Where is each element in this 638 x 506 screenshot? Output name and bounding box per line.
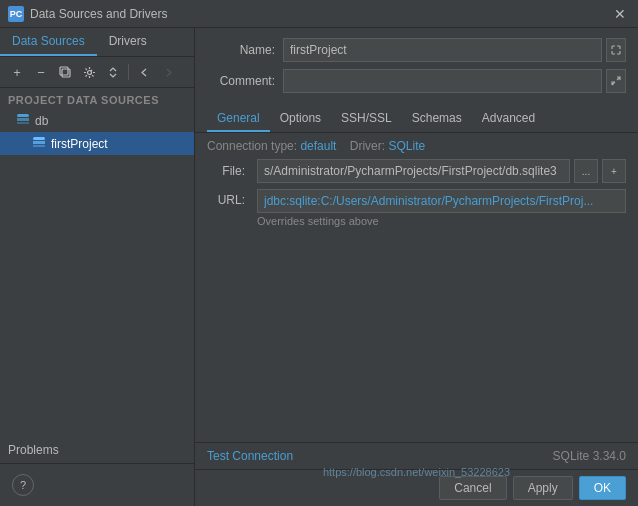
svg-rect-8 bbox=[33, 145, 45, 147]
file-label: File: bbox=[207, 164, 245, 178]
name-expand-button[interactable] bbox=[606, 38, 626, 62]
svg-rect-1 bbox=[60, 67, 68, 75]
configure-button[interactable] bbox=[78, 61, 100, 83]
name-section: Name: Comment: bbox=[195, 28, 638, 106]
tab-ssh-ssl[interactable]: SSH/SSL bbox=[331, 106, 402, 132]
add-button[interactable]: + bbox=[6, 61, 28, 83]
cancel-button[interactable]: Cancel bbox=[439, 476, 506, 500]
tree-item-db[interactable]: db bbox=[0, 109, 194, 132]
sqlite-version: SQLite 3.34.0 bbox=[553, 449, 626, 463]
bottom-bar: Test Connection SQLite 3.34.0 bbox=[195, 442, 638, 469]
connection-type-value[interactable]: default bbox=[300, 139, 336, 153]
content-filler bbox=[195, 231, 638, 442]
url-input-wrap: Overrides settings above bbox=[257, 189, 626, 227]
remove-button[interactable]: − bbox=[30, 61, 52, 83]
connection-type-label: Connection type: bbox=[207, 139, 297, 153]
window-title: Data Sources and Drivers bbox=[30, 7, 610, 21]
file-input[interactable] bbox=[257, 159, 570, 183]
driver-label: Driver: bbox=[350, 139, 385, 153]
svg-rect-6 bbox=[33, 137, 45, 140]
svg-rect-5 bbox=[17, 122, 29, 124]
name-input[interactable] bbox=[283, 38, 602, 62]
left-toolbar: + − bbox=[0, 57, 194, 88]
comment-expand-button[interactable] bbox=[606, 69, 626, 93]
right-panel: Name: Comment: bbox=[195, 28, 638, 506]
test-connection-button[interactable]: Test Connection bbox=[207, 449, 293, 463]
url-input[interactable] bbox=[257, 189, 626, 213]
close-button[interactable]: ✕ bbox=[610, 4, 630, 24]
svg-rect-3 bbox=[17, 114, 29, 117]
url-row: URL: Overrides settings above bbox=[207, 189, 626, 227]
tab-advanced[interactable]: Advanced bbox=[472, 106, 545, 132]
name-row: Name: bbox=[207, 38, 626, 62]
file-row: File: ... + bbox=[207, 159, 626, 183]
tree-item-firstproject[interactable]: firstProject bbox=[0, 132, 194, 155]
url-hint: Overrides settings above bbox=[257, 215, 626, 227]
driver-value[interactable]: SQLite bbox=[388, 139, 425, 153]
right-tabs: General Options SSH/SSL Schemas Advanced bbox=[195, 106, 638, 133]
action-bar: Cancel Apply OK bbox=[195, 469, 638, 506]
tab-options[interactable]: Options bbox=[270, 106, 331, 132]
svg-rect-4 bbox=[17, 118, 29, 121]
firstproject-label: firstProject bbox=[51, 137, 108, 151]
file-add-button[interactable]: + bbox=[602, 159, 626, 183]
move-button[interactable] bbox=[102, 61, 124, 83]
name-label: Name: bbox=[207, 43, 275, 57]
comment-input-row bbox=[283, 69, 626, 93]
apply-button[interactable]: Apply bbox=[513, 476, 573, 500]
problems-item[interactable]: Problems bbox=[0, 437, 194, 463]
comment-label: Comment: bbox=[207, 74, 275, 88]
tab-drivers[interactable]: Drivers bbox=[97, 28, 159, 56]
ok-button[interactable]: OK bbox=[579, 476, 626, 500]
db-label: db bbox=[35, 114, 48, 128]
forward-button[interactable] bbox=[157, 61, 179, 83]
url-label: URL: bbox=[207, 189, 245, 207]
duplicate-button[interactable] bbox=[54, 61, 76, 83]
title-bar: PC Data Sources and Drivers ✕ bbox=[0, 0, 638, 28]
svg-rect-7 bbox=[33, 141, 45, 144]
comment-row: Comment: bbox=[207, 69, 626, 93]
name-input-row bbox=[283, 38, 626, 62]
svg-rect-0 bbox=[62, 69, 70, 77]
app-icon: PC bbox=[8, 6, 24, 22]
connection-info: Connection type: default Driver: SQLite bbox=[195, 133, 638, 159]
left-panel: Data Sources Drivers + − bbox=[0, 28, 195, 506]
file-browse-button[interactable]: ... bbox=[574, 159, 598, 183]
back-button[interactable] bbox=[133, 61, 155, 83]
firstproject-icon bbox=[32, 135, 46, 152]
tab-general[interactable]: General bbox=[207, 106, 270, 132]
db-icon bbox=[16, 112, 30, 129]
help-button[interactable]: ? bbox=[12, 474, 34, 496]
toolbar-separator bbox=[128, 64, 129, 80]
comment-input[interactable] bbox=[283, 69, 602, 93]
left-tabs: Data Sources Drivers bbox=[0, 28, 194, 57]
tab-schemas[interactable]: Schemas bbox=[402, 106, 472, 132]
tab-data-sources[interactable]: Data Sources bbox=[0, 28, 97, 56]
problems-label: Problems bbox=[8, 443, 59, 457]
project-data-sources-header: Project Data Sources bbox=[0, 88, 194, 109]
